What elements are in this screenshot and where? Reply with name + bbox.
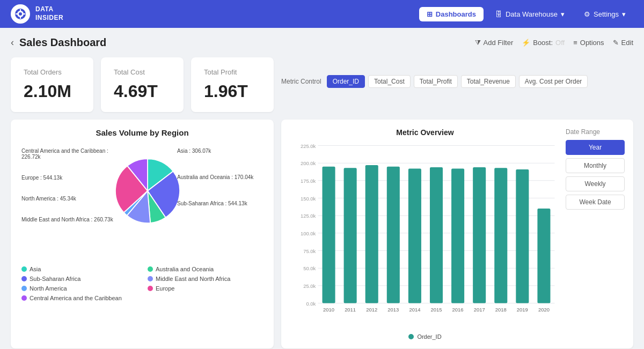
svg-rect-39 — [494, 168, 507, 303]
legend-item: Europe — [148, 285, 263, 292]
kpi-label: Total Cost — [114, 68, 171, 76]
page-title: Sales Dashboard — [19, 36, 475, 49]
warehouse-icon: 🗄 — [495, 10, 502, 18]
boost-status: Off — [555, 39, 565, 47]
metric-control-label: Metric Control — [281, 78, 321, 85]
edit-icon: ✎ — [613, 39, 619, 47]
svg-text:2018: 2018 — [495, 307, 507, 313]
metric-tabs: Metric Control Order_ID Total_Cost Total… — [281, 75, 588, 88]
nav-settings[interactable]: ⚙ Settings ▾ — [576, 7, 633, 21]
filter-icon: ⧩ — [475, 39, 481, 47]
svg-rect-35 — [451, 169, 464, 303]
bar-legend-label: Order_ID — [417, 333, 441, 340]
legend-item: Sub-Saharan Africa — [21, 276, 137, 282]
logo-icon — [11, 4, 30, 24]
svg-text:75.0k: 75.0k — [303, 248, 316, 254]
svg-rect-41 — [516, 169, 529, 303]
bar-legend-dot — [408, 334, 414, 339]
options-icon: ≡ — [573, 39, 577, 47]
kpi-total-orders: Total Orders 2.10M — [11, 57, 93, 112]
svg-text:2013: 2013 — [387, 307, 399, 313]
toolbar-actions: ⧩ Add Filter ⚡ Boost: Off ≡ Options ✎ Ed… — [475, 39, 633, 47]
svg-rect-23 — [323, 167, 335, 303]
svg-rect-37 — [473, 167, 486, 303]
label-asia: Asia : 306.07k — [177, 148, 263, 154]
label-central-america: Central America and the Caribbean : 226.… — [21, 148, 126, 160]
boost-icon: ⚡ — [522, 39, 530, 47]
legend-item: Australia and Oceania — [148, 266, 263, 272]
nav-data-warehouse[interactable]: 🗄 Data Warehouse ▾ — [488, 7, 572, 21]
svg-text:150.0k: 150.0k — [301, 196, 316, 202]
kpi-total-profit: Total Profit 1.96T — [191, 57, 274, 112]
legend-item: North America — [21, 285, 137, 292]
svg-text:125.0k: 125.0k — [301, 213, 316, 219]
label-sub-saharan: Sub-Saharan Africa : 544.13k — [177, 201, 263, 206]
options-button[interactable]: ≡ Options — [573, 39, 604, 47]
date-btn-weekly[interactable]: Weekly — [566, 176, 625, 191]
kpi-label: Total Profit — [204, 68, 261, 76]
svg-text:175.0k: 175.0k — [301, 178, 316, 184]
metric-overview-panel: Metric Overview 0.0k25.0k50.0k75.0k100.0… — [281, 120, 633, 348]
svg-text:50.0k: 50.0k — [303, 265, 316, 271]
svg-text:225.0k: 225.0k — [301, 143, 316, 149]
svg-text:0.0k: 0.0k — [306, 301, 316, 307]
back-button[interactable]: ‹ — [11, 37, 14, 48]
settings-icon: ⚙ — [584, 10, 590, 18]
bar-chart-title: Metric Overview — [290, 128, 560, 137]
logo: DATA INSIDER — [11, 4, 63, 24]
date-range-panel: Date Range Year Monthly Weekly Week Date — [566, 128, 625, 340]
date-range-title: Date Range — [566, 128, 625, 136]
svg-rect-31 — [408, 169, 421, 303]
kpi-value: 4.69T — [114, 81, 171, 101]
nav-dashboards[interactable]: ⊞ Dashboards — [419, 7, 484, 21]
toolbar: ‹ Sales Dashboard ⧩ Add Filter ⚡ Boost: … — [11, 36, 633, 49]
date-btn-week-date[interactable]: Week Date — [566, 195, 625, 210]
kpi-value: 2.10M — [24, 81, 80, 101]
svg-rect-43 — [537, 209, 550, 303]
svg-text:2020: 2020 — [538, 307, 550, 313]
svg-text:2015: 2015 — [431, 307, 442, 313]
svg-rect-33 — [430, 167, 443, 303]
label-middle-east: Middle East and North Africa : 260.73k — [21, 217, 126, 222]
svg-text:2010: 2010 — [323, 307, 334, 313]
tab-avg-cost[interactable]: Avg. Cost per Order — [519, 75, 588, 88]
svg-rect-27 — [365, 165, 378, 303]
tab-total-revenue[interactable]: Total_Revenue — [461, 75, 516, 88]
edit-button[interactable]: ✎ Edit — [613, 39, 633, 47]
svg-text:25.0k: 25.0k — [303, 283, 316, 289]
label-europe: Europe : 544.13k — [21, 175, 126, 181]
label-north-america: North America : 45.34k — [21, 196, 126, 202]
kpi-label: Total Orders — [24, 68, 80, 76]
bar-chart: 0.0k25.0k50.0k75.0k100.0k125.0k150.0k175… — [290, 140, 560, 331]
svg-text:2011: 2011 — [345, 307, 356, 313]
svg-text:2017: 2017 — [474, 307, 485, 313]
settings-chevron-icon: ▾ — [622, 10, 626, 18]
legend-item: Middle East and North Africa — [148, 276, 263, 282]
boost-toggle[interactable]: ⚡ Boost: Off — [522, 39, 565, 47]
kpi-total-cost: Total Cost 4.69T — [101, 57, 184, 112]
svg-text:200.0k: 200.0k — [301, 160, 316, 166]
kpi-value: 1.96T — [204, 81, 261, 101]
svg-point-2 — [19, 12, 22, 16]
pie-chart-title: Sales Volume by Region — [21, 128, 263, 137]
header-nav: ⊞ Dashboards 🗄 Data Warehouse ▾ ⚙ Settin… — [419, 7, 633, 21]
svg-rect-25 — [344, 168, 357, 303]
pie-chart-panel: Sales Volume by Region Central America a… — [11, 120, 274, 348]
date-btn-year[interactable]: Year — [566, 140, 625, 155]
legend-item: Central America and the Caribbean — [21, 295, 137, 301]
svg-text:2012: 2012 — [366, 307, 377, 313]
tab-order-id[interactable]: Order_ID — [327, 75, 365, 88]
svg-text:100.0k: 100.0k — [301, 231, 316, 236]
tab-total-profit[interactable]: Total_Profit — [414, 75, 458, 88]
warehouse-chevron-icon: ▾ — [561, 10, 565, 18]
label-australia: Australia and Oceania : 170.04k — [177, 174, 263, 180]
add-filter-button[interactable]: ⧩ Add Filter — [475, 39, 514, 47]
svg-text:2016: 2016 — [452, 307, 464, 313]
dashboard-icon: ⊞ — [427, 10, 433, 18]
pie-legend: AsiaAustralia and OceaniaSub-Saharan Afr… — [21, 266, 263, 301]
svg-rect-29 — [387, 167, 400, 303]
svg-text:2019: 2019 — [517, 307, 528, 313]
date-btn-monthly[interactable]: Monthly — [566, 158, 625, 173]
tab-total-cost[interactable]: Total_Cost — [368, 75, 411, 88]
legend-item: Asia — [21, 266, 137, 272]
